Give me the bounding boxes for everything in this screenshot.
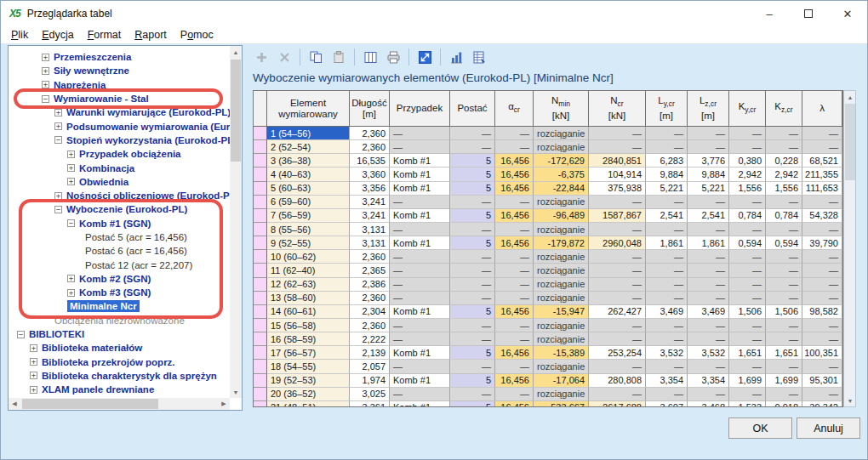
menu-pomoc[interactable]: Pomoc	[174, 27, 220, 43]
cell-n-cr[interactable]: —	[589, 127, 646, 140]
cell-element[interactable]: 15 (56–58)	[267, 319, 350, 332]
print-icon[interactable]	[383, 47, 403, 67]
cell-dlugosc[interactable]: 3,360	[350, 168, 390, 181]
cell-k-z-cr[interactable]: —	[766, 319, 802, 332]
cell-l-y-cr[interactable]: 1,861	[646, 236, 688, 250]
cell-przypadek[interactable]: Komb #1	[390, 346, 450, 360]
cell-przypadek[interactable]: —	[390, 388, 450, 401]
cell-alpha-cr[interactable]: 16,456	[495, 401, 534, 407]
cell-l-z-cr[interactable]: 2,541	[688, 209, 729, 223]
cell-postac[interactable]: —	[450, 332, 495, 346]
table-scroll-up-icon[interactable]: ▲	[844, 91, 856, 103]
cell-element[interactable]: 3 (36–38)	[267, 154, 350, 168]
cell-k-z-cr[interactable]: 0,784	[766, 209, 802, 223]
cell-lambda[interactable]: 39,342	[802, 401, 842, 407]
tree-item[interactable]: +Biblioteka materiałów	[9, 341, 230, 355]
cell-l-y-cr[interactable]: —	[646, 223, 688, 236]
maximize-icon[interactable]	[789, 1, 828, 26]
cell-dlugosc[interactable]: 3,356	[350, 182, 390, 196]
cell-lambda[interactable]: —	[802, 250, 842, 264]
cell-przypadek[interactable]: Komb #1	[390, 154, 450, 168]
cell-l-y-cr[interactable]: 3,532	[646, 346, 688, 360]
cell-n-cr[interactable]: 375,938	[589, 182, 646, 196]
cell-postac[interactable]: —	[450, 127, 495, 140]
cell-postac[interactable]: 5	[450, 374, 495, 388]
cell-l-y-cr[interactable]: —	[646, 127, 688, 140]
expand-plus-icon[interactable]: +	[30, 372, 37, 379]
cell-l-z-cr[interactable]: —	[688, 278, 729, 292]
cell-element[interactable]: 2 (52–54)	[267, 140, 350, 154]
cell-k-y-cr[interactable]: 2,942	[729, 168, 766, 181]
cell-dlugosc[interactable]: 2,304	[350, 305, 390, 319]
cell-k-z-cr[interactable]: —	[766, 388, 802, 401]
cell-k-z-cr[interactable]: —	[766, 196, 802, 209]
cell-element[interactable]: 9 (52–55)	[267, 236, 350, 250]
table-columns-icon[interactable]	[360, 47, 380, 67]
cell-l-z-cr[interactable]: 5,221	[688, 182, 729, 196]
cell-element[interactable]: 20 (36–52)	[267, 388, 350, 401]
expand-plus-icon[interactable]: +	[67, 150, 75, 158]
cell-lambda[interactable]: —	[802, 388, 842, 401]
cell-k-y-cr[interactable]: —	[729, 388, 766, 401]
cell-l-y-cr[interactable]: —	[646, 292, 688, 305]
cell-k-z-cr[interactable]: —	[766, 278, 802, 292]
cell-k-z-cr[interactable]: —	[766, 223, 802, 236]
cell-postac[interactable]: —	[450, 319, 495, 332]
cell-dlugosc[interactable]: 2,360	[350, 292, 390, 305]
cell-dlugosc[interactable]: 2,386	[350, 278, 390, 292]
cell-element[interactable]: 11 (62–40)	[267, 264, 350, 277]
cell-k-z-cr[interactable]: 0,228	[766, 154, 802, 168]
scroll-right-icon[interactable]: ▶	[218, 398, 230, 410]
cell-element[interactable]: 8 (55–56)	[267, 223, 350, 236]
cell-dlugosc[interactable]: 3,241	[350, 196, 390, 209]
cell-k-y-cr[interactable]: 1,651	[729, 346, 766, 360]
cell-lambda[interactable]: 98,582	[802, 305, 842, 319]
tree-item[interactable]: +Obwiednia	[9, 175, 230, 189]
cell-k-z-cr[interactable]: —	[766, 127, 802, 140]
cell-lambda[interactable]: —	[802, 223, 842, 236]
cell-l-z-cr[interactable]: —	[688, 388, 729, 401]
cell-k-z-cr[interactable]: 1,556	[766, 182, 802, 196]
cell-element[interactable]: 10 (60–62)	[267, 250, 350, 264]
expand-plus-icon[interactable]: +	[54, 122, 62, 130]
tree-item[interactable]: +XLAM panele drewniane	[9, 383, 230, 396]
expand-plus-icon[interactable]: +	[54, 109, 62, 116]
cell-lambda[interactable]: 54,328	[802, 209, 842, 223]
cell-k-y-cr[interactable]: —	[729, 332, 766, 346]
cell-dlugosc[interactable]: 3,025	[350, 388, 390, 401]
cell-alpha-cr[interactable]: —	[495, 264, 534, 277]
cell-przypadek[interactable]: —	[390, 360, 450, 373]
cell-l-y-cr[interactable]: —	[646, 388, 688, 401]
cell-alpha-cr[interactable]: —	[495, 223, 534, 236]
cell-l-z-cr[interactable]: —	[688, 360, 729, 373]
paste-icon[interactable]	[328, 47, 349, 67]
cell-element[interactable]: 14 (60–61)	[267, 305, 350, 319]
tree-item[interactable]: −BIBLIOTEKI	[9, 327, 230, 341]
cell-n-min[interactable]: -533,667	[534, 401, 589, 407]
cell-n-cr[interactable]: —	[589, 292, 646, 305]
cell-element[interactable]: 19 (52–53)	[267, 374, 350, 388]
cell-przypadek[interactable]: —	[390, 196, 450, 209]
tree-item[interactable]: −Komb #1 (SGN)	[9, 217, 230, 230]
cell-alpha-cr[interactable]: —	[495, 332, 534, 346]
cell-l-z-cr[interactable]: 3,468	[688, 401, 729, 407]
scroll-up-icon[interactable]: ▲	[230, 46, 242, 58]
cell-k-z-cr[interactable]: —	[766, 292, 802, 305]
cell-n-cr[interactable]: —	[589, 196, 646, 209]
cell-dlugosc[interactable]: 2,365	[350, 264, 390, 277]
cell-alpha-cr[interactable]: 16,456	[495, 374, 534, 388]
scroll-left-icon[interactable]: ◀	[9, 398, 20, 410]
cell-element[interactable]: 17 (56–57)	[267, 346, 350, 360]
cell-l-y-cr[interactable]: —	[646, 360, 688, 373]
minimize-icon[interactable]: –	[750, 1, 789, 26]
cell-dlugosc[interactable]: 3,131	[350, 223, 390, 236]
cell-l-z-cr[interactable]: —	[688, 127, 729, 140]
expand-plus-icon[interactable]: +	[54, 192, 62, 200]
cell-n-min[interactable]: rozciąganie	[534, 250, 589, 264]
cell-dlugosc[interactable]: 3,361	[350, 401, 390, 407]
cell-postac[interactable]: —	[450, 196, 495, 209]
cell-n-min[interactable]: rozciąganie	[534, 264, 589, 277]
cell-n-cr[interactable]: —	[589, 264, 646, 277]
cell-l-y-cr[interactable]: 9,884	[646, 168, 688, 181]
cell-lambda[interactable]: —	[802, 264, 842, 277]
